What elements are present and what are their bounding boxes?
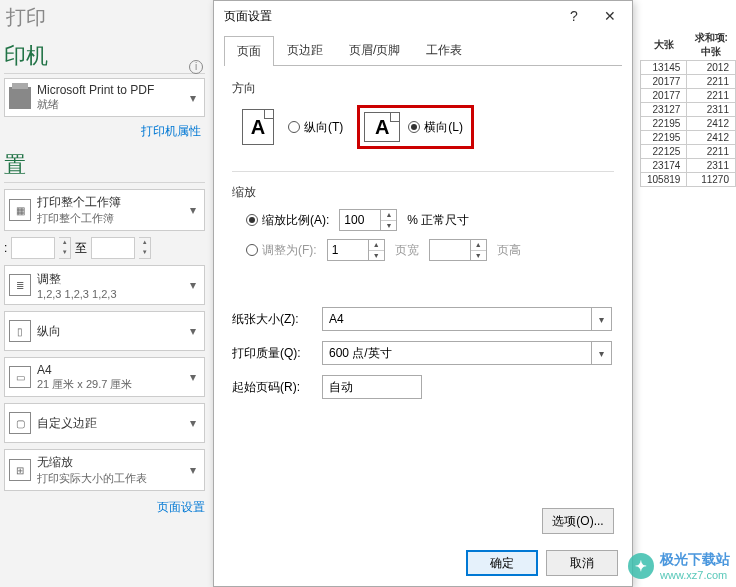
table-row: 221952412 [641,131,736,145]
adjust-to-radio[interactable]: 缩放比例(A): [246,212,329,229]
paper-icon: ▭ [9,366,31,388]
pages-tall-label: 页高 [497,242,521,259]
fit-width-input[interactable] [327,239,369,261]
chevron-down-icon: ▾ [184,91,202,105]
table-row: 10581911270 [641,173,736,187]
page-to-input[interactable] [91,237,135,259]
spin-buttons[interactable]: ▲▼ [139,237,151,259]
first-page-input[interactable] [322,375,422,399]
chevron-down-icon: ▾ [591,308,611,330]
collate-sub: 1,2,3 1,2,3 1,2,3 [37,288,184,300]
chevron-down-icon: ▾ [184,278,202,292]
paper-sub: 21 厘米 x 29.7 厘米 [37,377,184,392]
paper-size-value: A4 [329,312,344,326]
paper-selector[interactable]: ▭ A4 21 厘米 x 29.7 厘米 ▾ [4,357,205,397]
chevron-down-icon: ▾ [184,370,202,384]
pages-wide-label: 页宽 [395,242,419,259]
printer-status: 就绪 [37,97,184,112]
tab-sheet[interactable]: 工作表 [413,35,475,65]
scope-sub: 打印整个工作簿 [37,211,184,226]
spreadsheet-preview: 大张求和项:中张 131452012 201772211 201772211 2… [640,30,736,187]
orientation-title: 纵向 [37,323,184,340]
page-setup-link[interactable]: 页面设置 [4,499,205,516]
print-quality-value: 600 点/英寸 [329,345,392,362]
table-row: 231272311 [641,103,736,117]
cancel-button[interactable]: 取消 [546,550,618,576]
radio-icon [246,244,258,256]
adjust-percent-input[interactable] [339,209,381,231]
settings-section-title: 置 [4,150,205,183]
fit-height-spinner[interactable]: ▲▼ [429,239,487,261]
first-page-label: 起始页码(R): [232,379,312,396]
scaling-title: 无缩放 [37,454,184,471]
portrait-page-icon: A [242,109,274,145]
help-button[interactable]: ? [556,2,592,30]
ok-button[interactable]: 确定 [466,550,538,576]
print-title: 打印 [6,4,205,31]
printer-properties-link[interactable]: 打印机属性 [4,123,201,140]
page-from-input[interactable] [11,237,55,259]
table-row: 221252211 [641,145,736,159]
tab-margins[interactable]: 页边距 [274,35,336,65]
paper-size-select[interactable]: A4 ▾ [322,307,612,331]
paper-title: A4 [37,363,184,377]
print-quality-label: 打印质量(Q): [232,345,312,362]
close-button[interactable]: ✕ [592,2,628,30]
adjust-percent-spinner[interactable]: ▲▼ [339,209,397,231]
scaling-selector[interactable]: ⊞ 无缩放 打印实际大小的工作表 ▾ [4,449,205,491]
to-label: 至 [75,240,87,257]
portrait-icon: ▯ [9,320,31,342]
portrait-radio[interactable]: 纵向(T) [288,119,343,136]
col-header: 求和项:中张 [687,30,736,61]
print-backstage-panel: 打印 印机 i Microsoft Print to PDF 就绪 ▾ 打印机属… [0,0,213,587]
fit-to-label: 调整为(F): [262,242,317,259]
fit-height-input[interactable] [429,239,471,261]
printer-section-title: 印机 [4,41,205,74]
table-row: 201772211 [641,89,736,103]
scaling-sub: 打印实际大小的工作表 [37,471,184,486]
table-row: 131452012 [641,61,736,75]
watermark-url: www.xz7.com [660,569,730,581]
dialog-tabs: 页面 页边距 页眉/页脚 工作表 [224,35,622,66]
tab-header-footer[interactable]: 页眉/页脚 [336,35,413,65]
chevron-down-icon: ▾ [184,463,202,477]
collate-title: 调整 [37,271,184,288]
chevron-down-icon: ▾ [184,416,202,430]
printer-icon [9,87,31,109]
normal-size-label: % 正常尺寸 [407,212,469,229]
printer-selector[interactable]: Microsoft Print to PDF 就绪 ▾ [4,78,205,117]
landscape-page-icon: A [364,112,400,142]
tab-page[interactable]: 页面 [224,36,274,66]
options-button[interactable]: 选项(O)... [542,508,614,534]
paper-size-label: 纸张大小(Z): [232,311,312,328]
scaling-icon: ⊞ [9,459,31,481]
scope-title: 打印整个工作簿 [37,194,184,211]
col-header: 大张 [641,30,687,61]
table-row: 201772211 [641,75,736,89]
landscape-radio[interactable]: 横向(L) [408,119,463,136]
watermark-logo-icon: ✦ [628,553,654,579]
radio-icon [288,121,300,133]
margins-selector[interactable]: ▢ 自定义边距 ▾ [4,403,205,443]
workbook-icon: ▦ [9,199,31,221]
collate-icon: ≣ [9,274,31,296]
chevron-down-icon: ▾ [591,342,611,364]
orientation-selector[interactable]: ▯ 纵向 ▾ [4,311,205,351]
fit-width-spinner[interactable]: ▲▼ [327,239,385,261]
print-quality-select[interactable]: 600 点/英寸 ▾ [322,341,612,365]
scaling-group-label: 缩放 [232,184,614,201]
info-icon[interactable]: i [189,60,203,74]
dialog-titlebar: 页面设置 ? ✕ [214,1,632,31]
pages-label: : [4,241,7,255]
page-setup-dialog: 页面设置 ? ✕ 页面 页边距 页眉/页脚 工作表 方向 A 纵向(T) A 横… [213,0,633,587]
collate-selector[interactable]: ≣ 调整 1,2,3 1,2,3 1,2,3 ▾ [4,265,205,305]
watermark: ✦ 极光下载站 www.xz7.com [628,551,730,581]
spin-buttons[interactable]: ▲▼ [59,237,71,259]
radio-icon [246,214,258,226]
print-scope-selector[interactable]: ▦ 打印整个工作簿 打印整个工作簿 ▾ [4,189,205,231]
fit-to-radio[interactable]: 调整为(F): [246,242,317,259]
radio-icon [408,121,420,133]
chevron-down-icon: ▾ [184,324,202,338]
portrait-label: 纵向(T) [304,119,343,136]
landscape-label: 横向(L) [424,119,463,136]
